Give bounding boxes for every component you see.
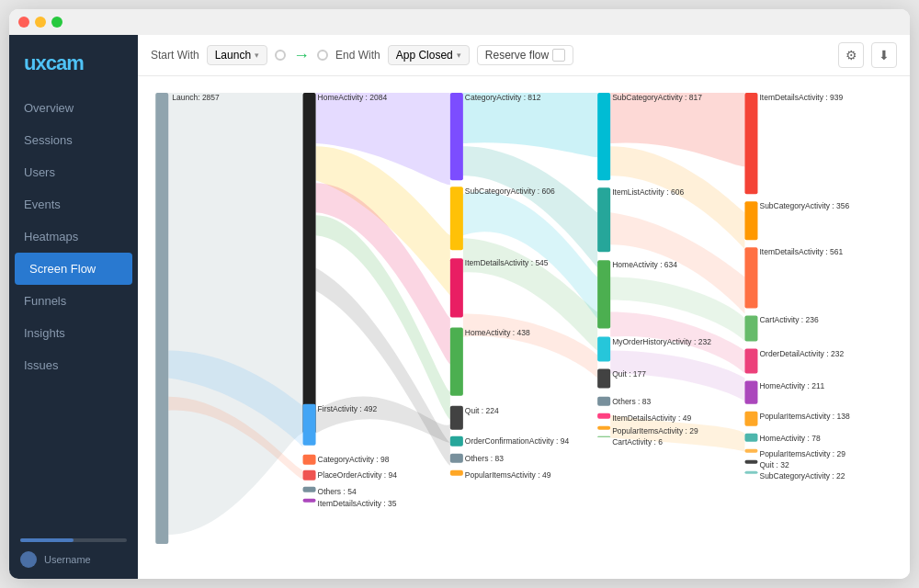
download-btn[interactable]: ⬇ <box>871 42 897 68</box>
node-subcat2[interactable] <box>597 93 610 180</box>
label-home5: HomeActivity : 78 <box>759 434 820 443</box>
logo: uxcam <box>9 35 138 92</box>
node-first[interactable] <box>303 404 316 446</box>
reserve-flow-btn[interactable]: Reserve flow <box>477 45 573 65</box>
node-popitems4[interactable] <box>744 449 757 453</box>
main-layout: uxcam Overview Sessions Users Events Hea… <box>9 35 910 579</box>
node-popitems1[interactable] <box>450 470 463 476</box>
label-subcat2: SubCategoryActivity : 817 <box>612 93 702 102</box>
node-home5[interactable] <box>744 434 757 442</box>
label-popitems1: PopularItemsActivity : 49 <box>465 470 551 480</box>
node-subcat3[interactable] <box>744 201 757 240</box>
node-cart1[interactable] <box>597 436 610 437</box>
start-circle <box>275 50 286 61</box>
node-quit2[interactable] <box>597 369 610 389</box>
node-itemdet5[interactable] <box>744 247 757 308</box>
node-cat1[interactable] <box>303 455 316 465</box>
node-orderconf[interactable] <box>450 436 463 447</box>
label-popitems2: PopularItemsActivity : 29 <box>612 426 698 435</box>
node-cat2[interactable] <box>450 93 463 180</box>
label-itemdet5: ItemDetailsActivity : 561 <box>759 247 843 256</box>
node-home3[interactable] <box>597 260 610 328</box>
node-subcat1[interactable] <box>450 187 463 250</box>
label-subcat1: SubCategoryActivity : 606 <box>465 187 555 196</box>
label-place: PlaceOrderActivity : 94 <box>318 470 398 480</box>
label-home3: HomeActivity : 634 <box>612 260 677 269</box>
close-dot[interactable] <box>18 17 29 28</box>
node-itemdet2[interactable] <box>450 258 463 317</box>
app-window: uxcam Overview Sessions Users Events Hea… <box>9 9 910 579</box>
label-itemdet1: ItemDetailsActivity : 35 <box>318 499 397 508</box>
label-cat2: CategoryActivity : 812 <box>465 93 541 102</box>
start-with-value: Launch <box>215 49 251 62</box>
logo-text: uxcam <box>24 51 84 74</box>
flow-arrow-icon: → <box>293 46 310 65</box>
node-myorder[interactable] <box>597 337 610 362</box>
node-place[interactable] <box>303 470 316 481</box>
end-with-select[interactable]: App Closed ▾ <box>388 45 470 65</box>
node-popitems2[interactable] <box>597 426 610 430</box>
sidebar-item-sessions[interactable]: Sessions <box>9 124 138 156</box>
node-itemdet1[interactable] <box>303 499 316 503</box>
label-popitems4: PopularItemsActivity : 29 <box>759 449 845 458</box>
toolbar-right: ⚙ ⬇ <box>838 42 897 68</box>
avatar <box>20 551 37 568</box>
node-others3[interactable] <box>597 397 610 406</box>
label-itemdet4: ItemDetailsActivity : 939 <box>759 93 843 102</box>
label-quit3: Quit : 32 <box>759 460 789 469</box>
label-home4: HomeActivity : 211 <box>759 381 824 390</box>
label-others2: Others : 83 <box>465 454 504 463</box>
sidebar-item-events[interactable]: Events <box>9 188 138 220</box>
node-popitems3[interactable] <box>744 412 757 426</box>
label-cart1: CartActivity : 6 <box>612 437 663 447</box>
sidebar-item-overview[interactable]: Overview <box>9 92 138 124</box>
label-itemdet2: ItemDetailsActivity : 545 <box>465 258 549 267</box>
node-home1[interactable] <box>303 93 316 434</box>
node-others1[interactable] <box>303 487 316 492</box>
node-others2[interactable] <box>450 454 463 463</box>
main-content: Start With Launch ▾ → End With App Close… <box>138 35 910 579</box>
node-launch[interactable] <box>155 93 168 544</box>
sidebar-item-issues[interactable]: Issues <box>9 349 138 381</box>
label-subcat4: SubCategoryActivity : 22 <box>759 471 845 481</box>
toolbar: Start With Launch ▾ → End With App Close… <box>138 35 910 76</box>
label-others1: Others : 54 <box>318 487 357 496</box>
label-itemlist: ItemListActivity : 606 <box>612 187 684 197</box>
maximize-dot[interactable] <box>51 17 62 28</box>
sidebar-item-insights[interactable]: Insights <box>9 317 138 349</box>
reserve-flow-checkbox[interactable] <box>552 49 565 62</box>
minimize-dot[interactable] <box>35 17 46 28</box>
sidebar-item-funnels[interactable]: Funnels <box>9 285 138 317</box>
storage-bar <box>20 538 127 542</box>
start-with-select[interactable]: Launch ▾ <box>207 45 267 65</box>
sidebar-item-heatmaps[interactable]: Heatmaps <box>9 220 138 253</box>
sidebar-item-users[interactable]: Users <box>9 156 138 188</box>
start-with-chevron: ▾ <box>255 51 259 60</box>
node-cart2[interactable] <box>744 315 757 341</box>
node-home2[interactable] <box>450 328 463 396</box>
label-quit1: Quit : 224 <box>465 406 499 415</box>
sidebar: uxcam Overview Sessions Users Events Hea… <box>9 35 138 579</box>
node-quit3[interactable] <box>744 460 757 464</box>
settings-btn[interactable]: ⚙ <box>838 42 864 68</box>
label-myorder: MyOrderHistoryActivity : 232 <box>612 337 711 346</box>
end-with-chevron: ▾ <box>457 51 461 60</box>
node-itemdet4[interactable] <box>744 93 757 194</box>
settings-icon: ⚙ <box>845 48 857 62</box>
end-with-label: End With <box>335 49 380 62</box>
label-cat1: CategoryActivity : 98 <box>318 455 390 464</box>
sidebar-item-screen-flow[interactable]: Screen Flow <box>15 253 132 285</box>
download-icon: ⬇ <box>879 48 890 62</box>
node-itemlist[interactable] <box>597 187 610 252</box>
node-itemdet3[interactable] <box>597 413 610 419</box>
label-home1: HomeActivity : 2084 <box>318 93 388 102</box>
node-quit1[interactable] <box>450 406 463 430</box>
node-home4[interactable] <box>744 381 757 404</box>
label-cart2: CartActivity : 236 <box>759 315 819 324</box>
node-orderdet[interactable] <box>744 349 757 374</box>
node-subcat4[interactable] <box>744 471 757 474</box>
end-with-value: App Closed <box>396 49 453 62</box>
label-popitems3: PopularItemsActivity : 138 <box>759 412 850 421</box>
label-quit2: Quit : 177 <box>612 369 646 379</box>
label-others3: Others : 83 <box>612 397 651 406</box>
